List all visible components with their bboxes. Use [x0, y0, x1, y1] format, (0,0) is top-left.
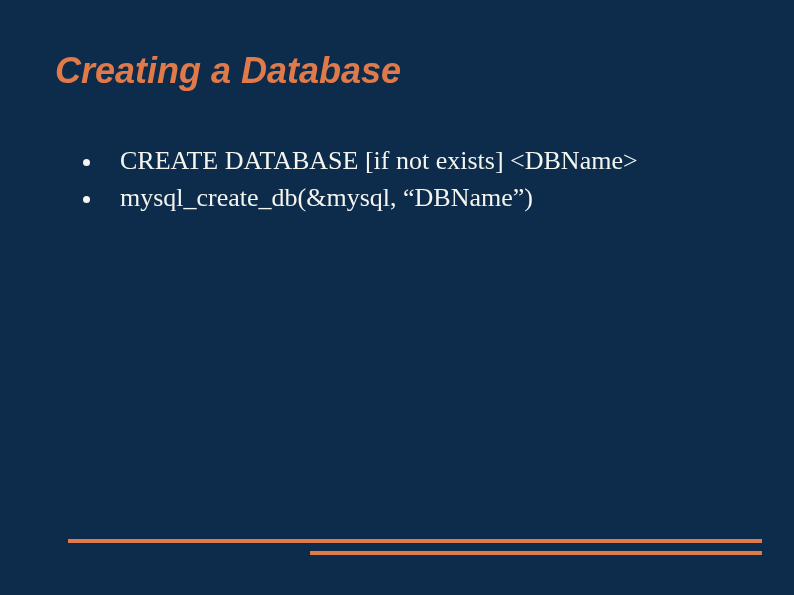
list-item: mysql_create_db(&mysql, “DBName”) [75, 182, 744, 215]
slide: Creating a Database CREATE DATABASE [if … [0, 0, 794, 595]
divider-line-top [68, 539, 762, 543]
divider-line-bottom [310, 551, 762, 555]
slide-content: CREATE DATABASE [if not exists] <DBName>… [75, 145, 744, 218]
list-item: CREATE DATABASE [if not exists] <DBName> [75, 145, 744, 178]
slide-title: Creating a Database [55, 50, 401, 92]
bullet-list: CREATE DATABASE [if not exists] <DBName>… [75, 145, 744, 214]
